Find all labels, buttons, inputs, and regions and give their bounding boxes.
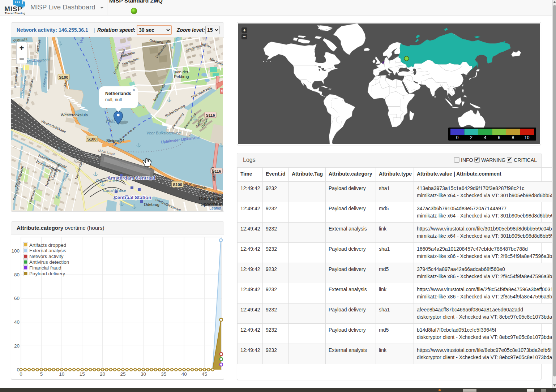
svg-text:35: 35	[161, 371, 166, 377]
svg-text:60: 60	[14, 296, 20, 301]
svg-text:20: 20	[14, 343, 20, 349]
svg-text:S116: S116	[206, 113, 215, 117]
svg-text:null, null: null, null	[105, 97, 122, 102]
svg-text:Westerdoksluis: Westerdoksluis	[61, 113, 88, 117]
svg-text:S100: S100	[59, 75, 68, 79]
svg-text:0: 0	[456, 135, 459, 140]
svg-text:25: 25	[120, 371, 125, 377]
svg-text:Netherlands: Netherlands	[105, 91, 131, 96]
svg-text:45: 45	[202, 371, 207, 377]
svg-text:Payload delivery: Payload delivery	[29, 271, 65, 276]
svg-text:−: −	[243, 34, 246, 39]
svg-text:5: 5	[40, 371, 43, 377]
svg-text:S100: S100	[87, 137, 97, 141]
svg-text:S100: S100	[173, 182, 182, 187]
svg-text:40: 40	[14, 319, 20, 325]
svg-text:40: 40	[181, 371, 187, 377]
svg-text:Veer Buiksloterweg: Veer Buiksloterweg	[146, 131, 181, 135]
svg-text:Amsterdam Centraal: Amsterdam Centraal	[107, 175, 155, 181]
svg-text:⚓: ⚓	[56, 147, 61, 152]
svg-text:+: +	[20, 43, 24, 52]
svg-text:15: 15	[80, 371, 85, 377]
svg-text:⚓: ⚓	[57, 40, 63, 46]
svg-text:6: 6	[498, 135, 500, 140]
svg-text:Network activity: Network activity	[29, 254, 64, 259]
svg-text:30: 30	[141, 371, 146, 377]
svg-text:Canal Cruise: Canal Cruise	[103, 188, 126, 193]
svg-text:⚓: ⚓	[218, 142, 223, 147]
svg-text:Antivirus detection: Antivirus detection	[29, 259, 69, 265]
svg-text:+: +	[243, 27, 246, 33]
svg-text:×: ×	[132, 87, 135, 93]
svg-text:10: 10	[59, 371, 64, 377]
svg-text:⚓: ⚓	[119, 201, 124, 206]
svg-text:Pekbrug: Pekbrug	[174, 74, 189, 79]
svg-text:Artifacts dropped: Artifacts dropped	[29, 242, 66, 248]
svg-text:0: 0	[17, 367, 20, 372]
svg-text:⚓: ⚓	[93, 171, 98, 176]
svg-text:⚓: ⚓	[136, 142, 141, 147]
svg-text:Odebrug: Odebrug	[144, 202, 159, 207]
svg-text:−: −	[19, 54, 24, 64]
svg-text:⚓: ⚓	[167, 97, 172, 102]
svg-text:2: 2	[470, 135, 472, 140]
svg-text:Van der: Van der	[175, 70, 188, 74]
svg-text:Financial fraud: Financial fraud	[29, 265, 61, 271]
svg-text:8: 8	[512, 135, 514, 140]
svg-text:⚓: ⚓	[132, 204, 137, 209]
svg-text:20: 20	[100, 371, 105, 377]
svg-text:0: 0	[20, 371, 22, 377]
svg-text:Leaflet: Leaflet	[209, 206, 221, 210]
svg-text:Het: Het	[106, 118, 115, 124]
svg-text:10: 10	[525, 135, 530, 140]
svg-text:Steiger 14: Steiger 14	[106, 138, 124, 143]
svg-text:4: 4	[484, 135, 487, 140]
svg-text:S11: S11	[221, 89, 223, 93]
svg-text:100: 100	[11, 248, 20, 254]
svg-text:Centraal Station: Centraal Station	[114, 195, 151, 200]
svg-text:80: 80	[14, 272, 20, 277]
svg-text:External analysis: External analysis	[29, 248, 66, 253]
